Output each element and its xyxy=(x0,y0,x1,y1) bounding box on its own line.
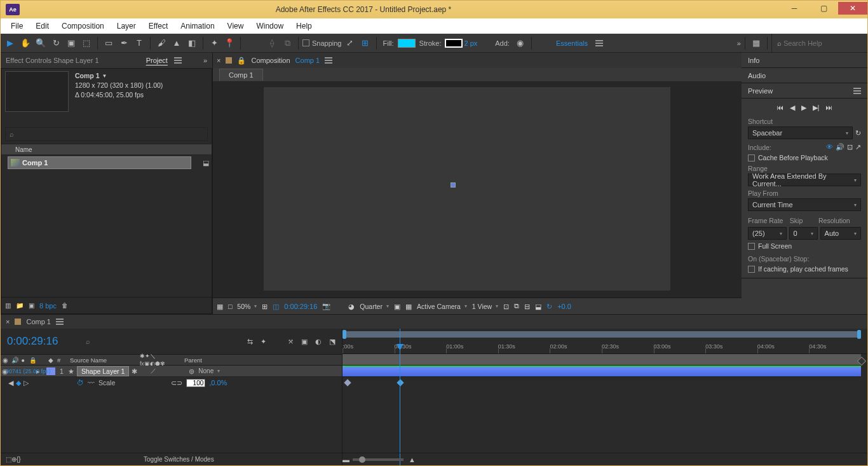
flowchart-icon[interactable]: ⬓ xyxy=(203,159,212,167)
lock-col-icon[interactable]: 🔒 xyxy=(27,357,36,364)
menu-animation[interactable]: Animation xyxy=(174,20,220,32)
interpret-footage-icon[interactable]: ▥ xyxy=(5,302,11,309)
stroke-swatch[interactable] xyxy=(445,39,463,48)
prev-frame-icon[interactable]: ◀ xyxy=(790,104,795,112)
graph-prop-icon[interactable]: 〰 xyxy=(88,379,95,387)
playhead[interactable] xyxy=(400,329,400,465)
keyframe-icon[interactable] xyxy=(344,379,351,386)
ifcaching-checkbox[interactable]: If caching, play cached frames xyxy=(748,265,861,273)
col-source-name[interactable]: Source Name xyxy=(68,357,138,364)
parent-pickwhip-icon[interactable]: ⊚ xyxy=(189,367,194,375)
first-frame-icon[interactable]: ⏮ xyxy=(776,104,783,112)
zoom-out-slider-icon[interactable]: ▬ xyxy=(342,456,348,463)
alpha-icon[interactable]: ▦ xyxy=(217,303,223,310)
preview-menu-icon[interactable] xyxy=(853,90,861,92)
comp-panel-menu-icon[interactable] xyxy=(325,60,332,61)
eraser-tool-icon[interactable]: ◧ xyxy=(185,36,199,50)
panel-menu-icon[interactable] xyxy=(174,60,182,61)
col-name[interactable]: Name xyxy=(15,146,32,153)
snapping-checkbox[interactable] xyxy=(302,39,309,46)
exposure-value[interactable]: +0.0 xyxy=(557,303,571,310)
shortcut-select[interactable]: Spacebar xyxy=(748,127,853,139)
scale-x-input[interactable] xyxy=(186,379,205,387)
footer-timecode[interactable]: 0:00:29:16 xyxy=(284,303,317,310)
selection-tool-icon[interactable]: ▶ xyxy=(3,36,17,50)
close-button[interactable]: ✕ xyxy=(838,2,867,15)
scale-y-value[interactable]: ,0.0% xyxy=(209,379,227,387)
brackets-icon[interactable]: {} xyxy=(17,456,21,463)
minimize-button[interactable]: ─ xyxy=(780,2,809,15)
audio-col-icon[interactable]: 🔊 xyxy=(10,357,18,364)
snap-edge-icon[interactable]: ⤢ xyxy=(343,36,357,50)
graph-editor-icon[interactable]: ⬔ xyxy=(329,338,336,346)
camera-tool-icon[interactable]: ▣ xyxy=(64,36,78,50)
composition-viewer[interactable] xyxy=(213,82,742,298)
snapshot-icon[interactable]: 📷 xyxy=(322,302,330,310)
audio-panel-header[interactable]: Audio xyxy=(742,68,867,83)
roi-icon[interactable]: ▣ xyxy=(394,303,400,310)
new-comp-icon[interactable]: ▣ xyxy=(29,302,34,309)
timeline-tab-comp1[interactable]: Comp 1 xyxy=(26,318,51,326)
new-folder-icon[interactable]: 📁 xyxy=(16,302,24,309)
timeline-icon[interactable]: ⊟ xyxy=(524,303,530,310)
property-name[interactable]: Scale xyxy=(98,379,115,387)
puppet-tool-icon[interactable]: 📍 xyxy=(222,36,236,50)
transparency-grid-icon[interactable]: ▦ xyxy=(405,303,412,310)
flowchart-btn-icon[interactable]: ⬓ xyxy=(535,303,541,310)
work-area-bar[interactable] xyxy=(342,354,861,366)
next-keyframe-icon[interactable]: ▷ xyxy=(24,379,29,387)
motion-blur-icon[interactable]: ◐ xyxy=(315,338,322,346)
fast-preview-icon[interactable]: ⧉ xyxy=(514,302,519,310)
camera-select[interactable]: Active Camera xyxy=(417,303,467,310)
zoom-select[interactable]: 50% xyxy=(237,303,257,310)
hand-tool-icon[interactable]: ✋ xyxy=(18,36,32,50)
fill-swatch[interactable] xyxy=(398,39,416,48)
playfrom-select[interactable]: Current Time xyxy=(748,198,861,211)
fullscreen-checkbox[interactable]: Full Screen xyxy=(748,242,861,250)
constrain-icon[interactable]: ⊂⊃ xyxy=(171,379,182,387)
pen-tool-icon[interactable]: ✒ xyxy=(117,36,131,50)
work-area-end[interactable] xyxy=(857,330,861,339)
timeline-menu-icon[interactable] xyxy=(56,321,64,322)
layer-switch-shy-icon[interactable]: ✱ xyxy=(129,367,139,375)
tab-effect-controls[interactable]: Effect Controls Shape Layer 1 xyxy=(6,57,99,64)
channel-icon[interactable]: □ xyxy=(228,303,232,310)
comp-thumbnail[interactable] xyxy=(5,71,69,112)
skip-select[interactable]: 0 xyxy=(789,227,818,240)
reset-include-icon[interactable]: ↗ xyxy=(855,143,861,151)
keyframe-icon[interactable] xyxy=(397,379,403,386)
project-search[interactable]: ⌕ xyxy=(5,127,208,141)
workspace-select[interactable]: Essentials xyxy=(556,39,588,47)
last-frame-icon[interactable]: ⏭ xyxy=(825,104,832,112)
menu-edit[interactable]: Edit xyxy=(29,20,55,32)
time-ruler[interactable]: :00s 00:30s 01:00s 01:30s 02:00s 02:30s … xyxy=(342,329,867,354)
menu-composition[interactable]: Composition xyxy=(55,20,111,32)
info-panel-header[interactable]: Info xyxy=(742,53,867,68)
zoom-tool-icon[interactable]: 🔍 xyxy=(34,36,48,50)
draft3d-icon[interactable]: ✦ xyxy=(261,338,266,346)
overflow-icon[interactable]: » xyxy=(737,39,741,47)
preview-panel-header[interactable]: Preview xyxy=(742,83,867,99)
shape-layer-preview[interactable] xyxy=(451,182,456,188)
roto-tool-icon[interactable]: ✦ xyxy=(207,36,221,50)
menu-window[interactable]: Window xyxy=(250,20,290,32)
search-input[interactable] xyxy=(783,39,860,47)
menu-help[interactable]: Help xyxy=(290,20,318,32)
resolution-select[interactable]: Quarter xyxy=(360,303,389,310)
zoom-in-slider-icon[interactable]: ▲ xyxy=(409,456,416,463)
timeline-layer-row[interactable]: ◉ ▸ 1 ★ Shape Layer 1 ✱ ／ ⊚ None xyxy=(1,366,342,377)
shy-icon[interactable]: ⤧ xyxy=(288,338,294,346)
toggle-hide-icon[interactable]: ⬚ xyxy=(6,456,11,463)
rectangle-tool-icon[interactable]: ▭ xyxy=(102,36,116,50)
render-queue-icon[interactable]: ⊕ xyxy=(11,456,17,463)
clone-tool-icon[interactable]: ▲ xyxy=(170,36,184,50)
pixel-aspect-icon[interactable]: ⊡ xyxy=(503,303,509,310)
timeline-search-icon[interactable]: ⌕ xyxy=(86,338,90,345)
video-col-icon[interactable]: ◉ xyxy=(1,357,10,364)
stroke-width[interactable]: 2 px xyxy=(464,39,477,47)
video-include-icon[interactable]: 👁 xyxy=(826,143,833,151)
tab-project[interactable]: Project xyxy=(146,57,168,64)
work-area-start[interactable] xyxy=(342,330,346,339)
comp-tab-comp1[interactable]: Comp 1 xyxy=(219,69,263,81)
grid-fit-icon[interactable]: ⊞ xyxy=(262,303,268,310)
